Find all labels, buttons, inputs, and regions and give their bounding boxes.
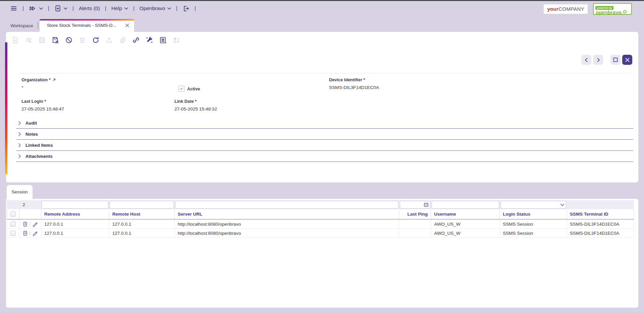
tab-workspace[interactable]: Workspace [7, 19, 37, 32]
menu-separator [73, 6, 73, 11]
filter-login-status-select[interactable] [500, 201, 566, 209]
organization-link-icon[interactable] [52, 78, 56, 82]
table-row[interactable]: 127.0.0.1 127.0.0.1 http://localhost:808… [7, 229, 634, 238]
menu-separator [133, 6, 134, 11]
active-checkbox [178, 86, 184, 92]
device-identifier-label: Device Identifier * [329, 77, 365, 82]
calendar-icon[interactable] [424, 202, 429, 207]
hamburger-icon [10, 5, 17, 12]
cell-username: AWO_US_W [431, 229, 500, 238]
print-button[interactable] [159, 36, 167, 44]
close-form-button[interactable] [622, 55, 632, 65]
row-checkbox[interactable] [10, 222, 15, 227]
company-logo-bold: your [547, 6, 558, 12]
user-menu[interactable]: Openbravo [140, 5, 171, 11]
maximize-button[interactable] [610, 55, 621, 65]
logout-icon [182, 5, 190, 12]
edit-pencil-icon[interactable] [32, 221, 38, 227]
alerts-menu[interactable]: Alerts (0) [79, 5, 100, 11]
top-menu-bar: Alerts (0) Help Openbravo [10, 1, 196, 16]
quick-create-menu[interactable] [54, 5, 67, 12]
openbravo-logo: powered by openbravo. [593, 3, 632, 15]
record-navigation [581, 55, 632, 65]
application-window: Alerts (0) Help Openbravo yourCOMPANY po… [0, 0, 644, 313]
cell-remote-address: 127.0.0.1 [41, 220, 109, 229]
cell-remote-host: 127.0.0.1 [109, 229, 175, 238]
openbravo-brand: openbravo. [596, 10, 630, 14]
last-login-field: Last Login * 27-05-2025 15:48:47 [21, 99, 64, 111]
delete-button[interactable] [65, 36, 73, 44]
process-button[interactable] [145, 36, 154, 44]
undo-button[interactable] [51, 36, 60, 44]
chevron-down-icon[interactable] [560, 204, 565, 206]
company-logo-rest: COMPANY [558, 6, 584, 12]
next-record-button[interactable] [593, 55, 603, 65]
active-field: Active [178, 86, 200, 92]
help-menu[interactable]: Help [111, 5, 128, 11]
new-record-button [11, 36, 19, 44]
tab-store-stock-terminals[interactable]: Store Stock Terminals - SSMS-D... [40, 19, 134, 32]
add-row-button [24, 36, 33, 44]
cell-remote-host: 127.0.0.1 [109, 220, 175, 229]
section-notes[interactable]: Notes [16, 129, 633, 140]
form-sections: Audit Notes Linked Items Attachments [16, 118, 633, 162]
chevron-down-icon [39, 7, 43, 10]
chevron-right-icon [18, 132, 21, 136]
organization-field: Organization * * [21, 77, 56, 90]
column-header-server-url[interactable]: Server URL [175, 209, 399, 219]
section-attachments[interactable]: Attachments [16, 151, 633, 162]
section-linked-items[interactable]: Linked Items [16, 140, 633, 151]
link-date-field: Link Date * 27-05-2025 15:48:32 [174, 99, 217, 111]
company-logo: yourCOMPANY [544, 4, 588, 14]
filter-username-input[interactable] [432, 201, 499, 209]
alerts-label: Alerts (0) [79, 5, 100, 11]
open-record-icon[interactable] [22, 230, 28, 236]
attachment-icon [118, 36, 127, 44]
column-header-username[interactable]: Username [431, 209, 500, 219]
eliminate-button [78, 36, 87, 44]
column-header-remote-address[interactable]: Remote Address [41, 209, 109, 219]
session-grid-panel: 2 Remote Address Remote Host Server URL … [6, 199, 638, 308]
link-date-label: Link Date * [174, 99, 197, 104]
column-header-last-ping[interactable]: Last Ping [399, 209, 431, 219]
link-date-value: 27-05-2025 15:48:32 [174, 106, 217, 111]
section-notes-label: Notes [25, 132, 38, 137]
organization-label: Organization * [21, 77, 51, 82]
tab-workspace-label: Workspace [10, 23, 33, 28]
cell-server-url: http://localhost:8080/openbravo [175, 229, 399, 238]
statusbar-divider [19, 73, 633, 73]
toolbar [11, 36, 180, 44]
row-icon-separator [30, 231, 30, 235]
record-status-gradient-bar [5, 42, 7, 174]
hamburger-menu-button[interactable] [10, 5, 17, 12]
row-checkbox[interactable] [10, 231, 15, 236]
grid-filter-row: 2 [7, 200, 634, 209]
section-audit[interactable]: Audit [16, 118, 633, 129]
link-button[interactable] [132, 36, 140, 44]
active-label: Active [187, 86, 200, 91]
edit-pencil-icon[interactable] [32, 230, 38, 236]
refresh-button[interactable] [92, 36, 100, 44]
filter-remote-host-input[interactable] [110, 201, 174, 209]
cell-login-status: SSMS Session [500, 229, 567, 238]
logout-button[interactable] [182, 5, 190, 12]
previous-record-button[interactable] [581, 55, 591, 65]
select-all-checkbox[interactable] [10, 212, 15, 217]
column-header-terminal-id[interactable]: SSMS Terminal ID [567, 209, 634, 219]
filter-remote-address-input[interactable] [42, 201, 108, 209]
filter-server-url-input[interactable] [175, 201, 398, 209]
device-identifier-value: SSMS-DIL3F14D1EC0A [329, 85, 379, 90]
tab-session[interactable]: Session [7, 185, 33, 199]
device-identifier-field: Device Identifier * SSMS-DIL3F14D1EC0A [329, 77, 379, 90]
section-attachments-label: Attachments [25, 154, 53, 159]
column-header-remote-host[interactable]: Remote Host [109, 209, 175, 219]
open-record-icon[interactable] [22, 221, 28, 227]
filter-last-ping-input[interactable] [400, 201, 430, 209]
table-row[interactable]: 127.0.0.1 127.0.0.1 http://localhost:808… [7, 220, 634, 229]
column-header-login-status[interactable]: Login Status [500, 209, 567, 219]
tab-close-icon[interactable] [125, 23, 130, 28]
menu-separator [176, 6, 177, 11]
cell-server-url: http://localhost:8080/openbravo [175, 220, 399, 229]
quick-launch-menu[interactable] [29, 5, 43, 12]
last-login-value: 27-05-2025 15:48:47 [21, 106, 64, 111]
